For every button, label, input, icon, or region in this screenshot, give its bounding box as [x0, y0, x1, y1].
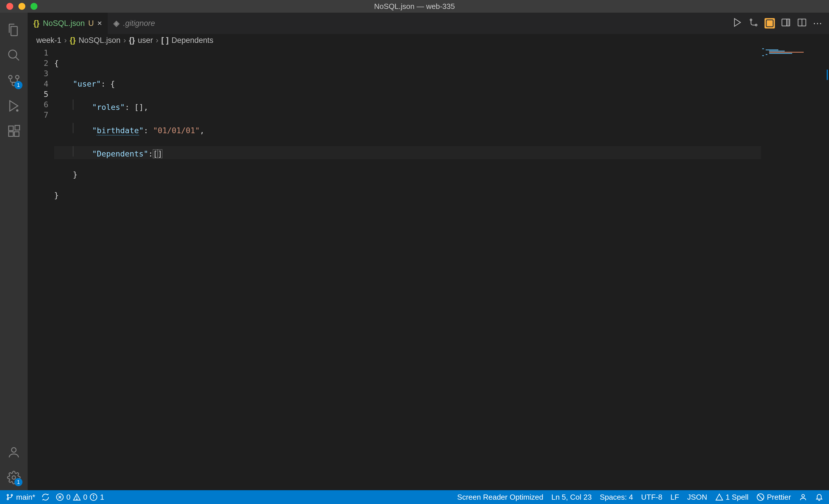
main-area: 1 1 {} NoSQL.json U [0, 13, 829, 490]
run-file-icon[interactable] [732, 17, 743, 30]
svg-rect-8 [14, 132, 19, 137]
breadcrumbs[interactable]: week-1 › {} NoSQL.json › {} user › [ ] D… [28, 34, 829, 47]
minimize-window-button[interactable] [19, 3, 25, 10]
svg-line-32 [758, 495, 763, 500]
svg-point-20 [7, 495, 9, 496]
code-body[interactable]: { "user": { "roles": [], "birthdate": "0… [54, 47, 761, 490]
tab-nosql-json[interactable]: {} NoSQL.json U × [28, 13, 108, 34]
breadcrumb-separator-icon: › [64, 36, 67, 45]
activity-bar: 1 1 [0, 13, 28, 490]
account-icon[interactable] [6, 444, 22, 460]
warning-count: 0 [83, 493, 87, 502]
breadcrumb-separator-icon: › [156, 36, 158, 45]
window-title: NoSQL.json — web-335 [0, 2, 829, 11]
branch-name: main* [16, 493, 35, 502]
close-window-button[interactable] [6, 3, 13, 10]
code-line: { [54, 58, 761, 69]
scroll-marker [827, 70, 828, 80]
gitignore-file-icon: ◈ [113, 19, 119, 28]
fullscreen-window-button[interactable] [31, 3, 37, 10]
diff-icon[interactable] [748, 17, 759, 30]
line-number: 7 [28, 110, 48, 120]
tab-close-icon[interactable]: × [97, 19, 102, 28]
status-bar: main* 0 0 1 Screen Reader Optimized Ln 5… [0, 490, 829, 504]
line-number: 1 [28, 48, 48, 58]
svg-point-10 [11, 448, 16, 452]
encoding-button[interactable]: UTF-8 [641, 493, 662, 502]
svg-line-1 [15, 57, 19, 61]
code-line: "Dependents":[] [54, 146, 761, 159]
scm-badge: 1 [14, 81, 23, 89]
sync-button[interactable] [41, 493, 49, 501]
code-line: "roles": [], [54, 100, 761, 113]
cursor-position[interactable]: Ln 5, Col 23 [551, 493, 591, 502]
tab-modified-badge: U [88, 19, 94, 28]
array-icon: [ ] [161, 36, 168, 45]
svg-point-11 [12, 476, 15, 479]
svg-point-22 [7, 499, 9, 500]
json-icon: {} [70, 36, 76, 45]
line-number: 5 [28, 89, 48, 100]
svg-point-0 [9, 50, 17, 58]
svg-point-13 [755, 24, 757, 26]
explorer-icon[interactable] [6, 22, 22, 38]
split-editor-icon[interactable] [797, 17, 807, 30]
editor[interactable]: 1 2 3 4 5 6 7 { "user": { "roles": [], "… [28, 47, 829, 490]
svg-point-2 [9, 75, 12, 79]
svg-point-27 [77, 499, 77, 499]
gear-badge: 1 [14, 478, 23, 486]
code-line: "birthdate": "01/01/01", [54, 123, 761, 136]
git-branch-button[interactable]: main* [6, 493, 35, 502]
settings-gear-icon[interactable]: 1 [6, 469, 22, 486]
prettier-button[interactable]: Prettier [756, 493, 791, 502]
svg-point-30 [93, 495, 94, 496]
editor-region: {} NoSQL.json U × ◈ .gitignore ⋯ [28, 13, 829, 490]
notifications-icon[interactable] [815, 493, 823, 501]
tab-filename: NoSQL.json [43, 19, 85, 28]
breadcrumb-separator-icon: › [123, 36, 126, 45]
svg-point-33 [802, 495, 804, 497]
prettier-label: Prettier [767, 493, 791, 502]
code-line: } [54, 169, 761, 180]
json-file-icon: {} [33, 19, 39, 28]
eol-button[interactable]: LF [671, 493, 679, 502]
breadcrumb-segment[interactable]: user [138, 36, 153, 45]
tab-gitignore[interactable]: ◈ .gitignore [108, 13, 160, 34]
line-number: 6 [28, 100, 48, 110]
breadcrumb-segment[interactable]: NoSQL.json [79, 36, 120, 45]
svg-rect-17 [787, 19, 790, 26]
svg-point-3 [15, 75, 19, 79]
search-icon[interactable] [6, 47, 22, 63]
breadcrumb-segment[interactable]: Dependents [172, 36, 214, 45]
split-right-icon[interactable] [781, 17, 791, 30]
svg-rect-7 [9, 132, 13, 137]
svg-rect-6 [9, 126, 13, 130]
breadcrumb-segment[interactable]: week-1 [36, 36, 61, 45]
tab-actions: ⋯ [732, 13, 829, 34]
language-mode-button[interactable]: JSON [687, 493, 707, 502]
tabs-row: {} NoSQL.json U × ◈ .gitignore ⋯ [28, 13, 829, 34]
line-number: 2 [28, 58, 48, 69]
more-actions-icon[interactable]: ⋯ [813, 18, 822, 29]
code-line: "user": { [54, 79, 761, 89]
svg-point-5 [16, 109, 19, 112]
problems-button[interactable]: 0 0 1 [56, 493, 104, 502]
gutter: 1 2 3 4 5 6 7 [28, 47, 54, 490]
traffic-lights [0, 3, 37, 10]
info-count: 1 [100, 493, 104, 502]
extensions-icon[interactable] [6, 123, 22, 139]
svg-point-21 [11, 495, 13, 496]
spell-check-button[interactable]: 1 Spell [715, 493, 749, 502]
object-icon: {} [129, 36, 135, 45]
screen-reader-status[interactable]: Screen Reader Optimized [457, 493, 543, 502]
preview-icon[interactable] [764, 18, 775, 29]
indentation-button[interactable]: Spaces: 4 [600, 493, 633, 502]
titlebar: NoSQL.json — web-335 [0, 0, 829, 13]
vscode-window: NoSQL.json — web-335 1 [0, 0, 829, 504]
svg-rect-14 [766, 20, 773, 27]
feedback-icon[interactable] [799, 493, 807, 501]
run-debug-icon[interactable] [6, 98, 22, 114]
minimap[interactable] [761, 47, 829, 490]
source-control-icon[interactable]: 1 [6, 73, 22, 89]
error-count: 0 [66, 493, 70, 502]
